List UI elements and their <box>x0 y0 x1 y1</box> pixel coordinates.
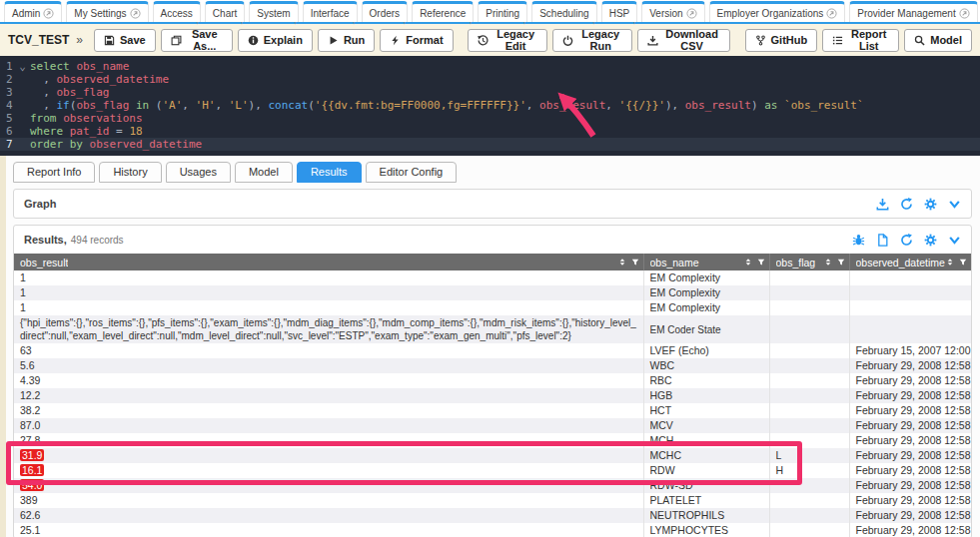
editor-line-1[interactable]: 1 ⌄select obs_name <box>0 60 980 73</box>
report-menu-expander[interactable]: » <box>76 33 83 47</box>
save-button[interactable]: Save <box>94 29 156 52</box>
filter-icon[interactable] <box>837 258 845 267</box>
popup-icon[interactable] <box>43 8 54 19</box>
table-row[interactable]: 54.0RDW-SDFebruary 29, 2008 12:58 PM <box>14 478 971 493</box>
table-row[interactable]: 389PLATELETFebruary 29, 2008 12:58 PM <box>14 493 971 508</box>
editor-line-3[interactable]: 3 , obs_flag <box>0 86 980 99</box>
refresh-icon[interactable] <box>900 198 913 211</box>
nav-tab-employer-organizations[interactable]: Employer Organizations <box>709 1 846 22</box>
save-as-button[interactable]: Save As... <box>161 29 233 52</box>
table-row[interactable]: 1EM Complexity <box>14 300 971 315</box>
cell-obs-flag: H <box>769 463 849 478</box>
report-list-button[interactable]: Report List <box>822 29 899 52</box>
table-row[interactable]: 12.2HGBFebruary 29, 2008 12:58 PM <box>14 388 971 403</box>
gear-icon[interactable] <box>924 198 937 211</box>
submenu-indicator-icon: , <box>633 15 636 25</box>
legacy-edit-button[interactable]: Legacy Edit <box>468 29 547 52</box>
nav-tab-provider-management[interactable]: Provider Management <box>849 1 977 22</box>
table-row[interactable]: 1EM Complexity <box>14 270 971 285</box>
run-button[interactable]: Run <box>318 29 375 52</box>
nav-tab-admin[interactable]: Admin <box>4 1 62 22</box>
legacy-run-button[interactable]: Legacy Run <box>552 29 632 52</box>
button-label: Download CSV <box>663 28 720 52</box>
explain-button[interactable]: Explain <box>238 29 313 52</box>
editor-line-4[interactable]: 4 , if(obs_flag in ('A', 'H', 'L'), conc… <box>0 99 980 112</box>
nav-tab-reference[interactable]: Reference, <box>412 1 474 22</box>
bug-icon[interactable] <box>852 234 865 247</box>
popup-icon[interactable] <box>826 8 837 19</box>
table-row[interactable]: 25.1LYMPHOCYTESFebruary 29, 2008 12:58 P… <box>14 523 971 537</box>
table-row[interactable]: 4.39RBCFebruary 29, 2008 12:58 PM <box>14 373 971 388</box>
download-icon <box>647 35 658 46</box>
sort-icon[interactable] <box>824 258 832 267</box>
column-header-obs_result[interactable]: obs_result <box>14 254 643 270</box>
column-header-observed_datetime[interactable]: observed_datetime <box>849 254 971 270</box>
file-icon[interactable] <box>876 234 889 247</box>
nav-tab-orders[interactable]: Orders, <box>362 1 409 22</box>
popup-icon[interactable] <box>686 8 697 19</box>
chevron-down-icon[interactable] <box>948 198 961 211</box>
nav-tab-version[interactable]: Version <box>641 1 704 22</box>
tab-results[interactable]: Results <box>297 162 362 183</box>
code-text: where pat_id = 18 <box>30 125 143 138</box>
table-row[interactable]: 27.8MCHFebruary 29, 2008 12:58 PM <box>14 433 971 448</box>
sql-editor[interactable]: 1 ⌄select obs_name2 , observed_datetime3… <box>0 56 980 156</box>
popup-icon[interactable] <box>959 8 970 19</box>
nav-tab-access[interactable]: Access, <box>153 1 201 22</box>
nav-tab-my-settings[interactable]: My Settings <box>66 1 148 22</box>
cell-obs-result: 63 <box>14 343 643 358</box>
table-row[interactable]: 63LVEF (Echo)February 15, 2007 12:00 AM <box>14 343 971 358</box>
filter-icon[interactable] <box>757 258 765 267</box>
sort-icon[interactable] <box>618 258 626 267</box>
submenu-indicator-icon: , <box>353 15 356 25</box>
table-row[interactable]: {"hpi_items":{},"ros_items":{},"pfs_item… <box>14 315 971 343</box>
table-row[interactable]: 38.2HCTFebruary 29, 2008 12:58 PM <box>14 403 971 418</box>
editor-line-6[interactable]: 6where pat_id = 18 <box>0 125 980 138</box>
table-row[interactable]: 87.0MCVFebruary 29, 2008 12:58 PM <box>14 418 971 433</box>
tab-editor-config[interactable]: Editor Config <box>366 162 458 183</box>
table-row[interactable]: 31.9MCHCLFebruary 29, 2008 12:58 PM <box>14 448 971 463</box>
nav-tab-system[interactable]: System, <box>249 1 298 22</box>
download-csv-button[interactable]: Download CSV <box>637 29 730 52</box>
table-row[interactable]: 1EM Complexity <box>14 285 971 300</box>
model-button[interactable]: Model <box>904 29 972 52</box>
filter-icon[interactable] <box>631 258 639 267</box>
nav-tab-printing[interactable]: Printing, <box>478 1 527 22</box>
nav-tab-interface[interactable]: Interface, <box>303 1 358 22</box>
format-button[interactable]: Format <box>380 29 453 52</box>
sort-icon[interactable] <box>946 258 954 267</box>
refresh-icon[interactable] <box>900 234 913 247</box>
line-number: 6 <box>0 125 30 138</box>
tab-history[interactable]: History <box>99 162 161 183</box>
nav-tab-chart[interactable]: Chart, <box>205 1 245 22</box>
table-row[interactable]: 5.6WBCFebruary 29, 2008 12:58 PM <box>14 358 971 373</box>
github-button[interactable]: GitHub <box>745 29 818 52</box>
nav-tab-scheduling[interactable]: Scheduling, <box>531 1 596 22</box>
cell-obs-result: 62.6 <box>14 508 643 523</box>
flagged-value-chip: 31.9 <box>20 449 44 461</box>
button-label: Legacy Run <box>578 28 622 52</box>
nav-tab-hsp[interactable]: HSP, <box>601 1 638 22</box>
editor-line-7[interactable]: 7order by observed_datetime <box>0 138 980 151</box>
chevron-down-icon[interactable] <box>948 234 961 247</box>
results-panel-header[interactable]: Results, 494 records <box>14 226 971 254</box>
tab-report-info[interactable]: Report Info <box>13 162 95 183</box>
tab-usages[interactable]: Usages <box>166 162 231 183</box>
tab-model[interactable]: Model <box>235 162 293 183</box>
editor-toolbar: TCV_TEST » SaveSave As...ExplainRunForma… <box>0 24 980 56</box>
column-header-obs_name[interactable]: obs_name <box>643 254 769 270</box>
cell-obs-flag <box>769 508 849 523</box>
table-row[interactable]: 62.6NEUTROPHILSFebruary 29, 2008 12:58 P… <box>14 508 971 523</box>
editor-line-2[interactable]: 2 , observed_datetime <box>0 73 980 86</box>
save-as-icon <box>171 35 182 46</box>
table-row[interactable]: 16.1RDWHFebruary 29, 2008 12:58 PM <box>14 463 971 478</box>
popup-icon[interactable] <box>130 8 141 19</box>
sort-icon[interactable] <box>744 258 752 267</box>
column-header-obs_flag[interactable]: obs_flag <box>769 254 849 270</box>
graph-panel-header[interactable]: Graph <box>14 190 971 218</box>
editor-line-5[interactable]: 5from observations <box>0 112 980 125</box>
download-icon[interactable] <box>876 198 889 211</box>
gear-icon[interactable] <box>924 234 937 247</box>
cell-obs-result: 87.0 <box>14 418 643 433</box>
filter-icon[interactable] <box>959 258 967 267</box>
